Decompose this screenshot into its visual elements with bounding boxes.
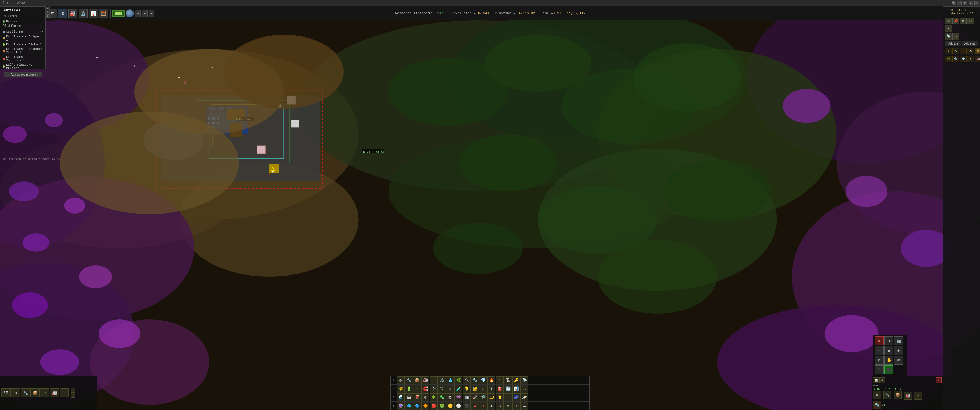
item-5[interactable]: 📦 — [975, 48, 980, 54]
item-r3-7[interactable]: 🕷 — [446, 394, 454, 402]
bl-item-3[interactable]: 🔧 — [21, 388, 30, 397]
item-r2-14[interactable]: 🔄 — [504, 385, 512, 393]
item-r4-14[interactable]: ▪ — [504, 402, 512, 410]
item-r1-6[interactable]: 🔬 — [438, 377, 446, 385]
side-icon-1[interactable]: ⊞ — [46, 7, 49, 10]
rp-export-icon[interactable]: ⬆ — [945, 25, 952, 32]
action-cancel[interactable]: ✕ — [875, 336, 884, 345]
item-r4-12[interactable]: ◆ — [487, 402, 495, 410]
add-ping-button[interactable]: Add ping — [962, 41, 978, 46]
action-robot[interactable]: 🤖 — [894, 336, 903, 345]
item-2[interactable]: 🔧 — [952, 48, 959, 54]
item-r3-10[interactable]: 🚀 — [471, 394, 479, 402]
bl-item-6[interactable]: 🏭 — [50, 388, 59, 397]
item-r3-5[interactable]: 🌵 — [430, 394, 438, 402]
brp-item-4[interactable]: 🏭 — [904, 392, 912, 400]
rp-swap-icon[interactable]: ⇄ — [952, 33, 959, 40]
item-r3-2[interactable]: 🏔 — [405, 394, 413, 402]
factory-icon[interactable]: 🏭 — [68, 9, 78, 18]
action-text[interactable]: T — [875, 365, 884, 374]
item-r2-7[interactable]: ⚔ — [446, 385, 454, 393]
item-r2-2[interactable]: 🔋 — [405, 385, 413, 393]
green-toggle[interactable]: ████ — [112, 10, 125, 16]
action-pick[interactable]: ✋ — [884, 356, 893, 365]
item-8[interactable]: 💎 — [960, 56, 967, 62]
action-plus[interactable]: + — [875, 346, 884, 355]
item-r4-3[interactable]: 🔷 — [413, 402, 421, 410]
item-r1-10[interactable]: 🔩 — [471, 377, 479, 385]
item-r4-6[interactable]: 🟢 — [438, 402, 446, 410]
item-r2-16[interactable]: 🗂 — [520, 385, 528, 393]
item-r4-10[interactable]: 🔺 — [471, 402, 479, 410]
item-r2-1[interactable]: 🌾 — [396, 385, 404, 393]
add-tag-button[interactable]: Add tag — [945, 41, 961, 46]
item-9[interactable]: ⚗ — [967, 56, 974, 62]
rp-pin-icon[interactable]: 📌 — [952, 17, 959, 24]
item-r4-1[interactable]: 🔮 — [396, 402, 404, 410]
rp-copy-icon[interactable]: ⊟ — [967, 17, 974, 24]
item-r3-3[interactable]: 🌋 — [413, 394, 421, 402]
platform-gleba[interactable]: Kal Trans - Gleba 1 — [2, 42, 44, 47]
action-circuit[interactable]: ⊞ — [884, 346, 893, 355]
item-r1-12[interactable]: 🔥 — [487, 377, 495, 385]
item-r3-11[interactable]: 🛸 — [479, 394, 487, 402]
bl-item-2[interactable]: ⚙ — [11, 388, 20, 397]
rp-antenna-icon[interactable]: 📡 — [945, 33, 952, 40]
item-1[interactable]: ⚙ — [945, 48, 952, 54]
item-r2-12[interactable]: 🌡 — [487, 385, 495, 393]
item-r3-14[interactable]: ☄ — [504, 394, 512, 402]
item-r2-8[interactable]: 🧪 — [454, 385, 462, 393]
rp-delete-icon[interactable]: 🗑 — [960, 17, 967, 24]
item-r4-7[interactable]: 🟡 — [446, 402, 454, 410]
brp-scroll-up[interactable]: ▲ — [880, 377, 885, 383]
minimize-btn[interactable]: ─ — [957, 1, 962, 5]
bl-item-4[interactable]: 📦 — [30, 388, 40, 397]
item-r2-5[interactable]: 🔭 — [430, 385, 438, 393]
item-r1-9[interactable]: ⛏ — [463, 377, 471, 385]
item-r1-13[interactable]: ⚗ — [496, 377, 504, 385]
action-copy2[interactable]: ⧉ — [894, 356, 903, 365]
item-r2-13[interactable]: ⛽ — [496, 385, 504, 393]
item-r4-13[interactable]: ◇ — [496, 402, 504, 410]
item-r1-11[interactable]: 💎 — [479, 377, 487, 385]
bl-item-5[interactable]: 26 — [40, 388, 49, 397]
item-r3-9[interactable]: 🤖 — [463, 394, 471, 402]
platform-science[interactable]: Kal Trans - Science Vessel 1 — [2, 47, 44, 55]
item-r4-9[interactable]: ⚫ — [463, 402, 471, 410]
item-r1-3[interactable]: 📦 — [413, 377, 421, 385]
bl-scroll-dn[interactable]: ▼ — [71, 393, 75, 398]
nav-play[interactable]: ▶ — [149, 10, 154, 17]
item-r3-6[interactable]: 🦠 — [438, 394, 446, 402]
item-r1-16[interactable]: 📡 — [520, 377, 528, 385]
item-r4-15[interactable]: ▫ — [512, 402, 520, 410]
brp-item-5[interactable]: ⚡ — [914, 392, 922, 400]
bl-item-7[interactable]: ⚡ — [60, 388, 68, 397]
item-r1-1[interactable]: ⚙ — [396, 377, 404, 385]
platform-pleasure[interactable]: Kal's Pleasure Cruiser — [2, 63, 44, 71]
item-r2-11[interactable]: ⚠ — [479, 385, 487, 393]
item-r1-15[interactable]: 🔑 — [512, 377, 520, 385]
platform-fulgara[interactable]: Kal Trans - Fulgara 1 — [2, 34, 44, 42]
item-r2-4[interactable]: 🧲 — [422, 385, 429, 393]
item-6[interactable]: 🌿 — [945, 56, 952, 62]
brp-item-2[interactable]: 🔧 — [883, 391, 891, 399]
brp-close[interactable]: ✕ — [936, 377, 942, 383]
item-4[interactable]: 🔬 — [967, 48, 974, 54]
side-icon-3[interactable]: ⊡ — [46, 14, 49, 17]
planet-toggle[interactable] — [126, 10, 134, 17]
item-r1-7[interactable]: 💧 — [446, 377, 454, 385]
rp-grid-icon[interactable]: ⊞ — [945, 17, 952, 24]
item-r2-9[interactable]: 💡 — [463, 385, 471, 393]
item-r3-4[interactable]: ❄ — [422, 394, 429, 402]
brp-item-1[interactable]: ⚙ — [873, 391, 881, 399]
item-r3-16[interactable]: 🪐 — [520, 394, 528, 402]
add-space-platform-button[interactable]: + Add space platform — [4, 72, 42, 78]
item-r4-8[interactable]: ⚪ — [454, 402, 462, 410]
side-icon-2[interactable]: ☰ — [46, 11, 49, 14]
item-r3-1[interactable]: 🌊 — [396, 394, 404, 402]
item-r2-6[interactable]: 🛡 — [438, 385, 446, 393]
item-r2-10[interactable]: 🔐 — [471, 385, 479, 393]
item-r1-8[interactable]: 🌿 — [454, 377, 462, 385]
bl-scroll-up[interactable]: ▲ — [71, 388, 75, 393]
item-r4-4[interactable]: 🔶 — [422, 402, 429, 410]
